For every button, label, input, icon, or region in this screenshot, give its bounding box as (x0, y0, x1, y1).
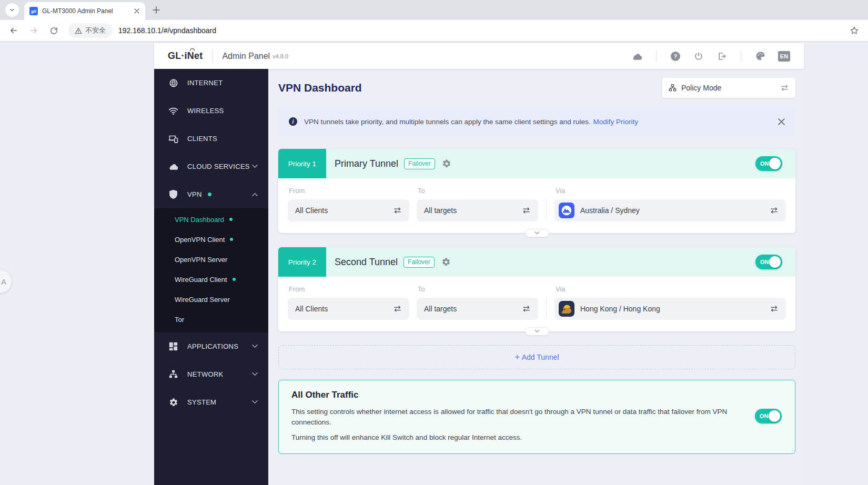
tab-search-button[interactable] (5, 3, 19, 17)
help-icon[interactable]: ? (670, 51, 681, 62)
to-selector[interactable]: All targets (417, 199, 538, 221)
new-tab-button[interactable] (149, 3, 163, 17)
shield-icon (168, 189, 178, 199)
modify-priority-link[interactable]: Modify Priority (593, 118, 639, 126)
sidebar-item-internet[interactable]: INTERNET (154, 69, 268, 97)
column-divider (546, 200, 547, 219)
sidebar-item-label: VPN (187, 190, 202, 198)
security-chip-label: 不安全 (85, 26, 106, 35)
swap-icon[interactable] (522, 305, 531, 312)
via-value: Australia / Sydney (580, 206, 640, 215)
forward-button[interactable] (27, 24, 40, 37)
status-dot (229, 218, 233, 221)
all-other-traffic-description: This setting controls whether internet a… (291, 407, 731, 427)
tunnel-toggle[interactable]: ON (755, 156, 782, 171)
tunnel-toggle[interactable]: ON (755, 255, 782, 269)
to-selector[interactable]: All targets (417, 298, 538, 320)
back-button[interactable] (7, 24, 20, 37)
via-selector[interactable]: Australia / Sydney (554, 199, 786, 221)
sidebar-item-applications[interactable]: APPLICATIONS (154, 332, 268, 360)
chevron-down-icon (252, 345, 258, 348)
sidebar-item-cloud-services[interactable]: CLOUD SERVICES (154, 153, 268, 180)
priority-badge: Priority 1 (278, 149, 326, 178)
toggle-state-label: ON (760, 413, 769, 419)
banner-close-icon[interactable] (778, 118, 785, 125)
apps-grid-icon (168, 341, 178, 351)
policy-mode-button[interactable]: Policy Mode (662, 78, 795, 98)
to-value: All targets (424, 206, 457, 215)
app-title: Admin Panel (222, 52, 270, 61)
info-banner: i VPN tunnels take priority, and multipl… (278, 107, 795, 136)
page-title: VPN Dashboard (278, 82, 362, 94)
sidebar-item-label: WIRELESS (187, 107, 224, 115)
swap-icon[interactable] (770, 207, 779, 214)
tab-close-icon[interactable] (133, 7, 141, 15)
floating-assistant-bubble[interactable]: A (0, 270, 12, 293)
refresh-button[interactable] (47, 24, 60, 37)
via-selector[interactable]: Hong Kong / Hong Kong (554, 298, 786, 320)
sidebar-item-tor[interactable]: Tor (154, 309, 268, 329)
sidebar-item-network[interactable]: NETWORK (154, 360, 268, 388)
sidebar-item-vpn-dashboard[interactable]: VPN Dashboard (154, 209, 268, 229)
browser-tab[interactable]: gli GL-MT3000 Admin Panel (24, 2, 145, 20)
toggle-knob (769, 256, 781, 268)
sidebar-item-system[interactable]: SYSTEM (154, 388, 268, 416)
logout-icon[interactable] (716, 51, 727, 62)
site-favicon: gli (29, 7, 38, 15)
collapse-card-button[interactable] (525, 327, 549, 336)
add-tunnel-button[interactable]: + Add Tunnel (278, 345, 795, 369)
sidebar-item-wireless[interactable]: WIRELESS (154, 97, 268, 125)
from-selector[interactable]: All Clients (288, 199, 409, 221)
priority-badge: Priority 2 (278, 247, 326, 277)
swap-icon[interactable] (393, 305, 402, 312)
tunnel-settings-gear-icon[interactable] (442, 159, 451, 168)
all-other-traffic-toggle[interactable]: ON (755, 409, 782, 423)
submenu-item-label: OpenVPN Server (175, 256, 227, 264)
all-other-traffic-note: Turning this off will enhance Kill Switc… (291, 432, 731, 443)
sidebar-item-label: SYSTEM (187, 398, 216, 406)
status-dot (233, 278, 236, 281)
tunnel-name: Primary Tunnel (335, 158, 398, 169)
language-badge[interactable]: EN (778, 51, 790, 62)
swap-icon[interactable] (522, 207, 531, 214)
sidebar-item-openvpn-client[interactable]: OpenVPN Client (154, 229, 268, 249)
wifi-icon (168, 106, 178, 116)
address-bar-url[interactable]: 192.168.10.1/#/vpndashboard (118, 26, 216, 35)
sidebar-item-wireguard-client[interactable]: WireGuard Client (154, 269, 268, 289)
toggle-knob (769, 410, 780, 422)
cloud-icon[interactable] (632, 51, 642, 62)
swap-icon[interactable] (770, 305, 779, 312)
sidebar-item-vpn[interactable]: VPN (154, 180, 268, 208)
swap-icon[interactable] (393, 207, 402, 214)
submenu-item-label: WireGuard Server (175, 296, 230, 304)
sidebar-item-label: CLIENTS (187, 135, 217, 143)
mullvad-icon (559, 301, 574, 317)
globe-icon (168, 78, 178, 88)
header-divider (741, 50, 741, 62)
chevron-down-icon (9, 7, 15, 13)
via-label: Via (556, 187, 786, 195)
collapse-card-button[interactable] (525, 229, 549, 237)
network-tree-icon (168, 369, 178, 379)
chevron-up-icon (252, 193, 258, 196)
submenu-item-label: VPN Dashboard (175, 216, 224, 224)
main-content: VPN Dashboard Policy Mode i VPN tunnels … (268, 69, 804, 485)
sidebar-item-openvpn-server[interactable]: OpenVPN Server (154, 249, 268, 269)
theme-palette-icon[interactable] (755, 51, 765, 62)
sidebar-item-label: INTERNET (187, 79, 223, 87)
bookmark-star-icon[interactable] (848, 24, 861, 37)
cloud-icon (168, 161, 178, 171)
sidebar-item-wireguard-server[interactable]: WireGuard Server (154, 289, 268, 309)
via-value: Hong Kong / Hong Kong (580, 305, 660, 313)
from-selector[interactable]: All Clients (288, 298, 409, 320)
submenu-item-label: Tor (175, 316, 184, 324)
from-label: From (289, 187, 409, 195)
tunnel-settings-gear-icon[interactable] (441, 257, 451, 267)
tab-title: GL-MT3000 Admin Panel (42, 7, 133, 15)
reboot-icon[interactable] (693, 51, 704, 62)
add-tunnel-label: Add Tunnel (522, 353, 559, 361)
chevron-down-icon (252, 372, 258, 376)
sidebar-item-clients[interactable]: CLIENTS (154, 125, 268, 153)
security-chip[interactable]: 不安全 (68, 23, 112, 38)
to-value: All targets (424, 305, 457, 313)
